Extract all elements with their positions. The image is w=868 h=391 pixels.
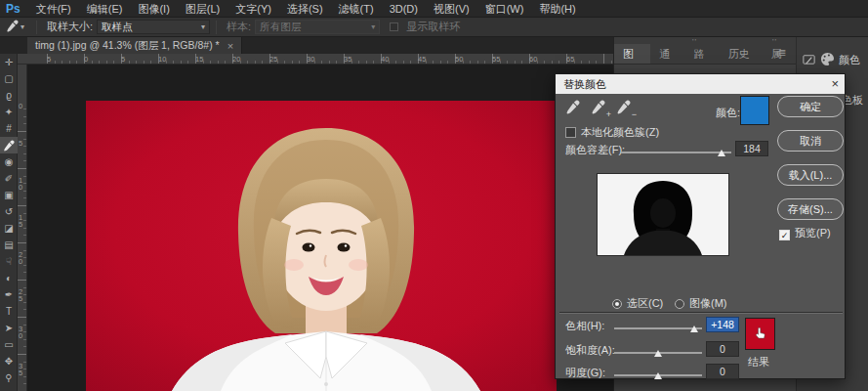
color-panel-item[interactable]: 颜色 (820, 52, 860, 68)
menu-image[interactable]: 图像(I) (130, 0, 177, 18)
menu-select[interactable]: 选择(S) (279, 0, 331, 18)
selection-radio-label: 选区(C) (627, 297, 663, 309)
ruler-label: 0 (19, 103, 25, 109)
selection-color-swatch[interactable] (740, 96, 769, 125)
tab-layers[interactable]: 图层 (614, 44, 650, 64)
preview-checkbox[interactable]: ✓ (779, 230, 790, 240)
clone-stamp-tool[interactable]: ▣ (0, 187, 18, 203)
ruler-label: 20 (232, 55, 240, 64)
tab-channels[interactable]: 通道 (650, 44, 684, 64)
rectangle-tool[interactable]: ▭ (0, 336, 18, 353)
panel-tab-bar: 图层 通道路径历史记属性 (614, 44, 797, 64)
saturation-slider-handle[interactable] (654, 350, 662, 357)
selection-radio-row[interactable]: 选区(C) (612, 293, 663, 311)
brush-tool[interactable]: ✐ (0, 170, 18, 187)
tool-icon: ◪ (4, 223, 13, 234)
image-radio-row[interactable]: 图像(M) (675, 293, 727, 311)
save-button[interactable]: 存储(S)... (777, 198, 844, 220)
tool-icon: ✦ (5, 107, 13, 117)
ruler-label: 25 (19, 288, 25, 302)
close-icon[interactable]: × (227, 40, 233, 52)
pen-tool[interactable]: ✒ (0, 286, 18, 303)
tool-icon: ➤ (5, 323, 13, 333)
ruler-label: 25 (269, 55, 277, 64)
dodge-tool[interactable]: ◐ (0, 270, 18, 286)
gradient-tool[interactable]: ▤ (0, 237, 18, 253)
cancel-button[interactable]: 取消 (777, 130, 844, 152)
tool-icon: ✐ (5, 173, 13, 184)
localized-clusters-checkbox[interactable] (565, 127, 576, 138)
image-radio[interactable] (675, 299, 684, 309)
sample-size-label: 取样大小: (47, 20, 93, 34)
hand-tool[interactable]: ✥ (0, 353, 18, 369)
history-brush-tool[interactable]: ↺ (0, 203, 18, 220)
quick-selection-tool[interactable]: ✦ (0, 104, 18, 120)
ruler-label: 0 (84, 55, 88, 64)
load-button[interactable]: 载入(L)... (777, 164, 844, 186)
menu-help[interactable]: 帮助(H) (531, 0, 583, 18)
libraries-panel-icon[interactable] (802, 52, 816, 66)
healing-brush-tool[interactable]: ◉ (0, 153, 18, 170)
preview-row[interactable]: ✓预览(P) (779, 223, 831, 240)
smudge-tool[interactable]: ☟ (0, 253, 18, 270)
localized-clusters-row[interactable]: 本地化颜色簇(Z) (565, 122, 659, 140)
marquee-tool[interactable]: ▢ (0, 70, 18, 87)
close-icon[interactable]: × (831, 74, 839, 94)
selection-preview-thumbnail[interactable] (597, 173, 729, 256)
ok-button[interactable]: 确定 (777, 96, 844, 117)
ruler-label: 65 (566, 55, 574, 64)
menu-edit[interactable]: 编辑(E) (79, 0, 131, 18)
vertical-ruler: 05101520253035 (18, 65, 27, 391)
tool-strip: ✛▢ϱ✦# ◉✐▣↺◪▤☟◐✒T➤▭✥⚲ (0, 54, 18, 391)
menu-type[interactable]: 文字(Y) (227, 0, 279, 18)
lightness-value[interactable]: 0 (706, 364, 739, 379)
eraser-tool[interactable]: ◪ (0, 220, 18, 237)
ruler-label: 60 (529, 55, 537, 64)
lightness-slider-handle[interactable] (654, 372, 662, 379)
menu-view[interactable]: 视图(V) (426, 0, 477, 18)
ruler-label: 50 (455, 55, 463, 64)
path-selection-tool[interactable]: ➤ (0, 320, 18, 336)
ruler-label: 15 (195, 55, 203, 64)
photo-portrait[interactable] (86, 101, 557, 391)
lasso-tool[interactable]: ϱ (0, 87, 18, 104)
menu-3d[interactable]: 3D(D) (382, 0, 426, 18)
hue-value[interactable]: +148 (706, 317, 739, 332)
zoom-tool[interactable]: ⚲ (0, 369, 18, 386)
saturation-slider[interactable] (614, 352, 702, 354)
ruler-label: 5 (121, 55, 125, 64)
selection-color-label: 颜色: (716, 106, 740, 120)
fuzziness-slider-handle[interactable] (718, 150, 725, 156)
menu-filter[interactable]: 滤镜(T) (331, 0, 382, 18)
selection-mask-image (598, 174, 728, 255)
eyedropper-sample-button[interactable] (565, 100, 585, 117)
tab-paths[interactable]: 路径 (685, 44, 720, 64)
result-color-swatch[interactable] (745, 318, 775, 350)
eyedropper-subtract-button[interactable]: − (616, 100, 636, 117)
menu-file[interactable]: 文件(F) (28, 0, 79, 18)
selection-radio[interactable] (612, 299, 622, 309)
panel-menu-icon[interactable]: ≣ (778, 47, 786, 58)
dialog-title-bar[interactable]: 替换颜色 (556, 74, 845, 94)
ruler-label: 5 (47, 55, 51, 64)
move-tool[interactable]: ✛ (0, 54, 18, 70)
document-tab[interactable]: timg (1).jpg @ 41.3% (图层 1, RGB/8#) * × (27, 37, 242, 54)
menu-window[interactable]: 窗口(W) (477, 0, 532, 18)
tool-preset-picker[interactable]: ▾ (0, 20, 30, 34)
eyedropper-tool[interactable] (0, 137, 18, 153)
canvas-viewport[interactable] (27, 65, 613, 391)
hue-slider-handle[interactable] (690, 326, 698, 332)
crop-tool[interactable]: # (0, 120, 18, 137)
sample-size-select[interactable]: 取样点 ▾ (97, 20, 210, 34)
panel-tabs: 通道路径历史记属性 (650, 44, 797, 64)
eyedropper-add-button[interactable]: + (591, 100, 610, 117)
lightness-slider[interactable] (614, 374, 702, 376)
saturation-value[interactable]: 0 (706, 341, 739, 357)
fuzziness-value[interactable]: 184 (735, 141, 768, 156)
menu-layer[interactable]: 图层(L) (178, 0, 227, 18)
type-tool[interactable]: T (0, 303, 18, 320)
fuzziness-slider[interactable] (621, 152, 731, 153)
tab-history[interactable]: 历史记 (720, 44, 763, 64)
hue-slider[interactable] (614, 327, 702, 329)
fuzziness-label: 颜色容差(F): (565, 143, 625, 157)
